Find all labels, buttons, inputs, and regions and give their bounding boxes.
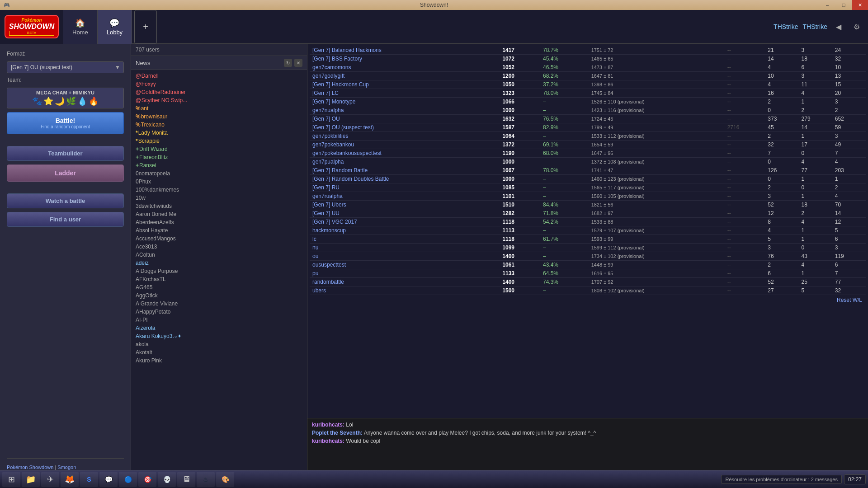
user-list-item[interactable]: adeiz — [131, 259, 307, 267]
user-list-item[interactable]: @Scyther NO Swip... — [131, 96, 307, 104]
user-list-item[interactable]: Absol Hayate — [131, 226, 307, 235]
user-list-item[interactable]: +FlareonBlitz — [131, 153, 307, 161]
format-cell[interactable]: ou — [310, 252, 500, 261]
ladder-button[interactable]: Ladder — [7, 164, 124, 182]
taskbar-skype[interactable]: 🔵 — [119, 472, 137, 487]
user-list-item[interactable]: @Darnell — [131, 72, 307, 80]
format-cell[interactable]: [Gen 7] BSS Factory — [310, 55, 500, 63]
taskbar-calculator[interactable]: 🖥 — [177, 472, 195, 487]
back-button[interactable]: ◀ — [832, 20, 845, 33]
taskbar-app-4[interactable]: 💀 — [158, 472, 176, 487]
format-cell[interactable]: [Gen 7] Hackmons Cup — [310, 80, 500, 89]
table-row: [Gen 7] VGC 2017 1118 54.2% 1533 ± 88 --… — [310, 218, 866, 226]
user-list-item[interactable]: Akuro Pink — [131, 357, 307, 365]
taskbar-file-explorer[interactable]: 📁 — [22, 472, 40, 487]
taskbar-notification[interactable]: Résoudre les problèmes d'ordinateur : 2 … — [721, 475, 842, 484]
format-cell[interactable]: gen7pokbilities — [310, 132, 500, 141]
format-cell[interactable]: gen7camomons — [310, 63, 500, 72]
maximize-button[interactable]: □ — [835, 0, 852, 10]
user-list-item[interactable]: A Grande Viviane — [131, 300, 307, 308]
format-cell[interactable]: [Gen 7] Balanced Hackmons — [310, 46, 500, 55]
user-list-item[interactable]: +Ransei — [131, 161, 307, 169]
taskbar-discord[interactable]: 💬 — [99, 472, 118, 487]
format-cell[interactable]: [Gen 7] Random Doubles Battle — [310, 175, 500, 183]
taskbar-app-2[interactable]: S — [80, 472, 98, 487]
user-list-item[interactable]: %Trexicano — [131, 121, 307, 129]
user-list-item[interactable]: %ant — [131, 104, 307, 113]
taskbar-app-3[interactable]: 🎯 — [138, 472, 156, 487]
format-cell[interactable]: pu — [310, 269, 500, 278]
format-cell[interactable]: [Gen 7] Ubers — [310, 201, 500, 209]
format-cell[interactable]: gen7pokebankou — [310, 141, 500, 149]
user-list-item[interactable]: 0Phux — [131, 178, 307, 186]
minimize-button[interactable]: – — [819, 0, 835, 10]
teambuilder-button[interactable]: Teambuilder — [7, 146, 124, 161]
format-cell[interactable]: gen7nualpha — [310, 106, 500, 115]
user-list-item[interactable]: AFKrchasTL — [131, 275, 307, 283]
tab-lobby[interactable]: 💬 Lobby — [98, 10, 132, 44]
find-user-button[interactable]: Find a user — [7, 212, 124, 227]
tab-home[interactable]: 🏠 Home — [63, 10, 98, 44]
news-close-button[interactable]: ✕ — [294, 59, 302, 67]
link-pokemon-showdown[interactable]: Pokémon Showdown — [7, 465, 53, 470]
start-button[interactable]: ⊞ — [2, 472, 20, 487]
user-list-item[interactable]: Akaru Kokuyo3.⬦✦ — [131, 332, 307, 340]
user-list-item[interactable]: Ace3013 — [131, 243, 307, 251]
user-list-item[interactable]: *Lady Monita — [131, 129, 307, 137]
user-list-item[interactable]: %brownisaur — [131, 113, 307, 121]
user-list-item[interactable]: 3dswitchwiiuds — [131, 202, 307, 210]
user-list-item[interactable]: 0nomatopoeia — [131, 169, 307, 178]
user-list-item[interactable]: @Foxyy — [131, 80, 307, 88]
ladder-table-area[interactable]: [Gen 7] Balanced Hackmons 1417 78.7% 175… — [307, 44, 868, 418]
settings-button[interactable]: ⚙ — [850, 20, 863, 33]
user-list-item[interactable]: Akotait — [131, 348, 307, 357]
user-list-item[interactable]: AG465 — [131, 283, 307, 291]
format-cell[interactable]: gen7pualpha — [310, 158, 500, 166]
format-select[interactable]: [Gen 7] OU (suspect test) — [7, 61, 124, 73]
user-list-item[interactable]: AHappyPotato — [131, 308, 307, 316]
user-list-item[interactable]: 10w — [131, 194, 307, 202]
format-cell[interactable]: [Gen 7] OU — [310, 115, 500, 123]
format-cell[interactable]: gen7pokebankoususpecttest — [310, 149, 500, 158]
format-cell[interactable]: nu — [310, 244, 500, 252]
format-cell[interactable]: lc — [310, 235, 500, 244]
user-list-item[interactable]: AberdeenAzelfs — [131, 218, 307, 226]
reset-wl-button[interactable]: Reset W/L — [310, 295, 866, 305]
user-list-item[interactable]: AColtun — [131, 251, 307, 259]
taskbar-steam[interactable]: ♨ — [197, 472, 215, 487]
format-cell[interactable]: [Gen 7] Monotype — [310, 98, 500, 106]
add-tab-button[interactable]: + — [134, 10, 157, 44]
format-cell[interactable]: [Gen 7] RU — [310, 183, 500, 192]
close-button[interactable]: ✕ — [852, 0, 868, 10]
format-cell[interactable]: oususpecttest — [310, 261, 500, 269]
user-list-item[interactable]: @GoldtheRadtrainer — [131, 88, 307, 96]
user-list-item[interactable]: A Doggs Purpose — [131, 267, 307, 275]
taskbar-app-5[interactable]: 🎨 — [216, 472, 234, 487]
format-cell[interactable]: [Gen 7] OU (suspect test) — [310, 123, 500, 132]
format-cell[interactable]: [Gen 7] VGC 2017 — [310, 218, 500, 226]
format-cell[interactable]: hackmonscup — [310, 226, 500, 235]
format-cell[interactable]: ubers — [310, 286, 500, 295]
user-list-item[interactable]: 100%dankmemes — [131, 186, 307, 194]
battle-button[interactable]: Battle! Find a random opponent — [7, 112, 124, 134]
user-list-item[interactable]: akola — [131, 340, 307, 348]
taskbar-app-1[interactable]: ✈ — [41, 472, 59, 487]
format-cell[interactable]: gen7godlygift — [310, 72, 500, 80]
user-list-item[interactable]: AggOtick — [131, 291, 307, 300]
user-list-item[interactable]: +Drift Wizard — [131, 145, 307, 153]
user-list-item[interactable]: AccusedMangos — [131, 235, 307, 243]
user-list-item[interactable]: AI-PI — [131, 316, 307, 324]
watch-battle-button[interactable]: Watch a battle — [7, 193, 124, 208]
user-list-item[interactable]: Aaron Boned Me — [131, 210, 307, 218]
link-smogon[interactable]: Smogon — [57, 465, 76, 470]
format-cell[interactable]: [Gen 7] Random Battle — [310, 166, 500, 175]
pct-cell: – — [540, 226, 589, 235]
format-cell[interactable]: randombattle — [310, 278, 500, 286]
news-refresh-button[interactable]: ↻ — [284, 59, 292, 67]
user-list-item[interactable]: Aizerola — [131, 324, 307, 332]
taskbar-firefox[interactable]: 🦊 — [61, 472, 79, 487]
format-cell[interactable]: [Gen 7] UU — [310, 209, 500, 218]
format-cell[interactable]: gen7rualpha — [310, 192, 500, 201]
format-cell[interactable]: [Gen 7] LC — [310, 89, 500, 98]
user-list-item[interactable]: *Scrappie — [131, 137, 307, 145]
